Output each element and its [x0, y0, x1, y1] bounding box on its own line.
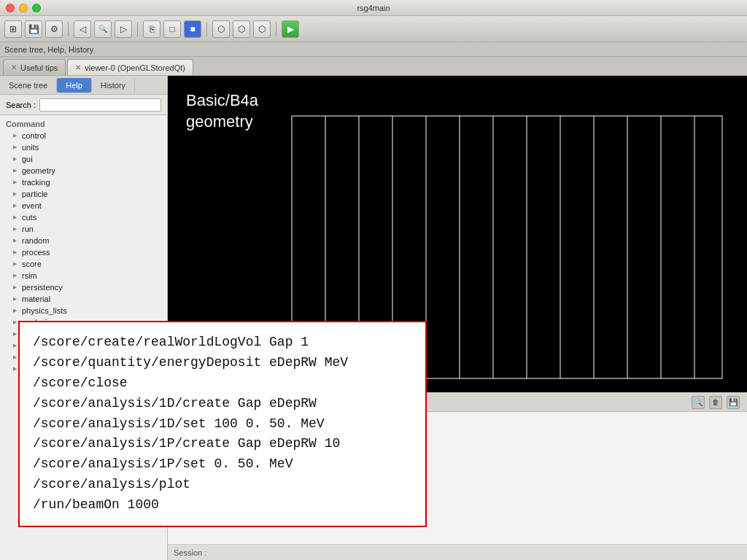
toolbar-back-btn[interactable]: ◁: [74, 20, 91, 38]
command-item-physics_lists[interactable]: physics_lists: [0, 305, 167, 316]
menu-bar-text: Scene tree, Help, History: [4, 45, 93, 54]
toolbar-hex3-btn[interactable]: ⬡: [253, 20, 271, 38]
toolbar-run-btn[interactable]: ▶: [282, 20, 299, 38]
cmd-line: /score/create/realWorldLogVol Gap 1: [33, 332, 412, 353]
cmd-line: /score/analysis/1D/create Gap eDepRW: [33, 394, 412, 414]
left-tabs: Scene tree Help History: [0, 76, 167, 95]
toolbar-hex2-btn[interactable]: ⬡: [233, 20, 250, 38]
toolbar-fwd-btn[interactable]: ▷: [115, 20, 132, 38]
search-input[interactable]: [39, 98, 161, 112]
toolbar-grid-btn[interactable]: ⊞: [4, 20, 22, 38]
toolbar-hex1-btn[interactable]: ⬡: [212, 20, 230, 38]
left-tab-scene-tree[interactable]: Scene tree: [0, 78, 57, 93]
toolbar-fill-btn[interactable]: ■: [184, 20, 201, 38]
cmd-line: /score/close: [33, 373, 412, 394]
toolbar-sep1: [68, 22, 69, 36]
command-overlay: /score/create/realWorldLogVol Gap 1/scor…: [18, 321, 427, 527]
minimize-button[interactable]: [19, 4, 28, 12]
command-item-run[interactable]: run: [0, 223, 167, 235]
toolbar-copy-btn[interactable]: ⎘: [143, 20, 160, 38]
output-clear-btn[interactable]: 🗑: [709, 396, 722, 409]
search-label: Search :: [6, 101, 36, 109]
tabs-row: ✕ Useful tips ✕ viewer-0 (OpenGLStoredQt…: [0, 57, 747, 76]
app-title: rsg4main: [357, 4, 390, 12]
viewer-title: Basic/B4a geometry: [186, 90, 258, 132]
command-item-control[interactable]: control: [0, 130, 167, 141]
toolbar-search2-btn[interactable]: 🔍: [94, 20, 112, 38]
viewer-title-line2: geometry: [186, 112, 253, 131]
command-item-rsim[interactable]: rsim: [0, 270, 167, 281]
title-bar: rsg4main: [0, 0, 747, 16]
output-session: Session :: [168, 544, 747, 560]
toolbar-sep3: [206, 22, 207, 36]
tab-useful-tips[interactable]: ✕ Useful tips: [3, 59, 66, 75]
close-button[interactable]: [6, 4, 15, 12]
left-tab-help[interactable]: Help: [57, 78, 92, 93]
command-item-units[interactable]: units: [0, 141, 167, 153]
cmd-line: /score/analysis/1P/create Gap eDepRW 10: [33, 434, 412, 454]
toolbar-save-btn[interactable]: 💾: [25, 20, 42, 38]
command-item-particle[interactable]: particle: [0, 188, 167, 200]
command-item-process[interactable]: process: [0, 246, 167, 258]
output-search-btn[interactable]: 🔍: [692, 396, 705, 409]
command-item-random[interactable]: random: [0, 235, 167, 246]
toolbar-square-btn[interactable]: □: [163, 20, 181, 38]
tab-viewer[interactable]: ✕ viewer-0 (OpenGLStoredQt): [67, 59, 193, 75]
session-label: Session :: [174, 548, 206, 557]
cmd-line: /score/quantity/energyDeposit eDepRW MeV: [33, 353, 412, 373]
command-label: Command: [0, 118, 167, 130]
output-save-btn[interactable]: 💾: [727, 396, 740, 409]
toolbar-sep4: [276, 22, 276, 36]
tab-close-viewer[interactable]: ✕: [75, 63, 81, 71]
command-item-gui[interactable]: gui: [0, 153, 167, 165]
toolbar: ⊞ 💾 ⚙ ◁ 🔍 ▷ ⎘ □ ■ ⬡ ⬡ ⬡ ▶: [0, 16, 747, 42]
cmd-line: /score/analysis/1D/set 100 0. 50. MeV: [33, 414, 412, 435]
output-toolbar: 🔍 🗑 💾: [692, 396, 740, 409]
tab-label-viewer: viewer-0 (OpenGLStoredQt): [85, 63, 185, 72]
command-item-material[interactable]: material: [0, 293, 167, 305]
menu-bar: Scene tree, Help, History: [0, 42, 747, 57]
tab-label-useful-tips: Useful tips: [20, 63, 58, 72]
command-item-score[interactable]: score: [0, 258, 167, 270]
command-item-tracking[interactable]: tracking: [0, 176, 167, 188]
traffic-lights: [6, 4, 41, 12]
toolbar-settings-btn[interactable]: ⚙: [45, 20, 63, 38]
cmd-line: /score/analysis/1P/set 0. 50. MeV: [33, 454, 412, 475]
command-item-cuts[interactable]: cuts: [0, 211, 167, 223]
search-bar: Search :: [0, 95, 167, 115]
maximize-button[interactable]: [32, 4, 41, 12]
command-item-geometry[interactable]: geometry: [0, 165, 167, 176]
cmd-line: /run/beamOn 1000: [33, 495, 412, 516]
command-item-event[interactable]: event: [0, 200, 167, 211]
command-item-persistency[interactable]: persistency: [0, 281, 167, 293]
viewer-title-line1: Basic/B4a: [186, 91, 258, 109]
cmd-line: /score/analysis/plot: [33, 475, 412, 495]
toolbar-sep2: [137, 22, 138, 36]
tab-close-useful-tips[interactable]: ✕: [11, 63, 17, 71]
left-tab-history[interactable]: History: [92, 78, 135, 93]
